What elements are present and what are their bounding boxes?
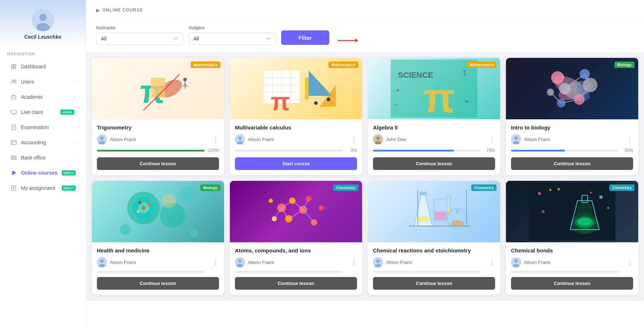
continue-lesson-button-algebra-2[interactable]: Continue lesson [373, 157, 495, 170]
svg-point-80 [514, 136, 518, 140]
svg-text:∞: ∞ [465, 98, 468, 104]
assignment-icon [10, 184, 17, 192]
addon-badge-my-assignment: addon [62, 186, 76, 191]
sidebar-item-back-office[interactable]: Back office › [3, 150, 83, 165]
svg-line-108 [289, 210, 303, 219]
examination-icon [10, 124, 17, 131]
subject-badge-multivariable-calculus: Mathematics [329, 61, 359, 68]
course-body-chem-reactions: Chemical reactions and stoichiometry Ali… [368, 242, 500, 295]
instructor-avatar-intro-to-biology [511, 134, 521, 144]
chevron-right-icon-back-office: › [74, 156, 76, 160]
course-title-chem-bonds: Chemical bonds [511, 247, 633, 254]
continue-lesson-button-health-and-medicine[interactable]: Continue lesson [97, 277, 219, 290]
svg-point-30 [183, 78, 187, 81]
continue-lesson-button-chem-reactions[interactable]: Continue lesson [373, 277, 495, 290]
more-options-icon-atoms-compounds-ions[interactable]: ⋮ [351, 258, 357, 266]
sidebar-item-label-accounting: Accounting [21, 140, 74, 145]
sidebar-item-live-class[interactable]: Live class addon › [3, 105, 83, 119]
progress-row-multivariable-calculus: 0% [235, 148, 357, 153]
progress-pct-multivariable-calculus: 0% [345, 148, 357, 153]
more-options-icon-trigonometry[interactable]: ⋮ [212, 135, 219, 143]
svg-rect-125 [447, 206, 450, 213]
course-card-algebra-2: SCIENCE π + ∑ ÷ ∞ Mathematics Algebra [368, 58, 500, 175]
svg-point-86 [162, 193, 176, 208]
addon-badge-live-class: addon [60, 110, 74, 115]
instructor-select[interactable]: All [96, 33, 183, 45]
continue-lesson-button-intro-to-biology[interactable]: Continue lesson [511, 157, 633, 170]
accounting-icon [10, 139, 17, 146]
course-thumb-intro-to-biology: Biology [506, 58, 638, 119]
svg-point-137 [542, 210, 545, 213]
chevron-right-icon-academic: › [74, 95, 76, 99]
more-options-icon-intro-to-biology[interactable]: ⋮ [627, 135, 633, 143]
continue-lesson-button-atoms-compounds-ions[interactable]: Continue lesson [235, 277, 357, 290]
svg-point-35 [100, 136, 104, 140]
sidebar-item-label-my-assignment: My assignment [21, 185, 60, 191]
svg-point-62 [376, 136, 380, 140]
subject-select[interactable]: All [189, 33, 275, 45]
svg-line-112 [303, 210, 314, 222]
course-instructor-algebra-2: John Doe ⋮ [373, 134, 495, 144]
sidebar-item-label-examination: Examination [21, 124, 74, 130]
progress-bar-bg-chem-bonds [511, 271, 619, 273]
instructor-avatar-chem-reactions [373, 257, 383, 267]
svg-point-133 [538, 192, 541, 195]
progress-bar-fill-trigonometry [97, 150, 205, 152]
sidebar-item-dashboard[interactable]: Dashboard [3, 59, 83, 74]
sidebar-item-users[interactable]: Users › [3, 74, 83, 89]
svg-point-93 [190, 229, 198, 238]
sidebar-item-online-courses[interactable]: Online courses addon [3, 166, 83, 180]
svg-point-122 [451, 220, 464, 226]
svg-point-87 [141, 206, 146, 210]
sidebar-item-academic[interactable]: Academic › [3, 90, 83, 104]
progress-bar-fill-algebra-2 [373, 150, 454, 152]
more-options-icon-chem-reactions[interactable]: ⋮ [489, 258, 495, 266]
progress-row-trigonometry: 100% [97, 148, 219, 153]
chevron-right-icon-accounting: › [74, 140, 76, 145]
svg-point-16 [13, 157, 14, 158]
course-card-intro-to-biology: Biology Intro to biology Alison Frami ⋮ [506, 58, 638, 175]
course-card-atoms-compounds-ions: Chemistry Atoms, compounds, and ions Ali… [230, 181, 362, 295]
course-instructor-atoms-compounds-ions: Alison Frami ⋮ [235, 257, 357, 267]
sidebar-item-my-assignment[interactable]: My assignment addon [3, 181, 83, 195]
svg-point-4 [14, 80, 16, 81]
instructor-name-chem-reactions: Alison Frami [386, 260, 486, 265]
more-options-icon-health-and-medicine[interactable]: ⋮ [212, 258, 219, 266]
more-options-icon-multivariable-calculus[interactable]: ⋮ [351, 135, 357, 143]
svg-marker-19 [12, 171, 16, 175]
course-thumb-algebra-2: SCIENCE π + ∑ ÷ ∞ Mathematics [368, 58, 500, 119]
continue-lesson-button-trigonometry[interactable]: Continue lesson [97, 157, 219, 170]
sidebar-item-accounting[interactable]: Accounting › [3, 135, 83, 150]
sidebar-item-examination[interactable]: Examination › [3, 120, 83, 135]
instructor-avatar-trigonometry [97, 134, 107, 144]
filter-button[interactable]: Filter [281, 30, 329, 45]
course-card-multivariable-calculus: π Mathematics Mult [230, 58, 362, 175]
instructor-name-algebra-2: John Doe [386, 137, 486, 142]
instructor-name-trigonometry: Alison Frami [110, 137, 210, 142]
courses-grid: π Mathematics [86, 52, 644, 301]
subject-label: Subject [189, 25, 275, 30]
svg-point-66 [551, 71, 564, 84]
svg-point-105 [319, 205, 324, 210]
svg-point-135 [599, 195, 603, 199]
svg-point-134 [549, 189, 551, 191]
course-card-trigonometry: π Mathematics [92, 58, 224, 175]
svg-point-130 [376, 259, 380, 263]
username: Cecil Leuschke [25, 34, 61, 40]
subject-badge-atoms-compounds-ions: Chemistry [333, 184, 359, 191]
svg-rect-15 [11, 156, 16, 159]
more-options-icon-chem-bonds[interactable]: ⋮ [627, 258, 633, 266]
svg-text:÷: ÷ [394, 102, 397, 108]
svg-point-52 [238, 136, 242, 140]
svg-text:π: π [271, 88, 290, 116]
instructor-label: Instructor [96, 25, 183, 30]
nav-label: NAVIGATION [0, 46, 86, 59]
svg-point-147 [574, 212, 596, 233]
sidebar-item-label-online-courses: Online courses [21, 170, 60, 176]
course-thumb-atoms-compounds-ions: Chemistry [230, 181, 362, 242]
continue-lesson-button-chem-bonds[interactable]: Continue lesson [511, 277, 633, 290]
svg-point-91 [120, 224, 131, 235]
course-body-chem-bonds: Chemical bonds Alison Frami ⋮ [506, 242, 638, 295]
more-options-icon-algebra-2[interactable]: ⋮ [489, 135, 495, 143]
start-course-button-multivariable-calculus[interactable]: Start course [235, 157, 357, 170]
